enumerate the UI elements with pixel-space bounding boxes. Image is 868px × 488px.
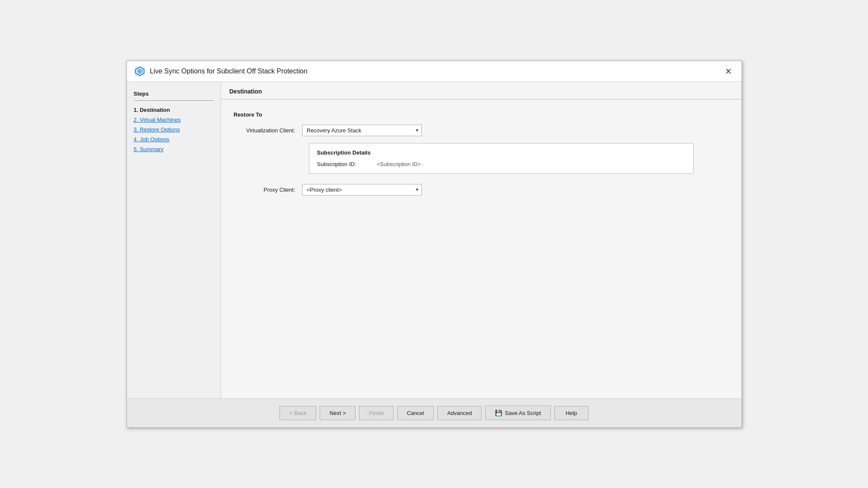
dialog: Live Sync Options for Subclient Off Stac… (127, 61, 742, 428)
advanced-button[interactable]: Advanced (437, 406, 482, 420)
subscription-id-label: Subscription ID: (317, 161, 377, 167)
cancel-button[interactable]: Cancel (397, 406, 434, 420)
sidebar: Steps 1. Destination 2. Virtual Machines… (127, 82, 221, 398)
subscription-details-title: Subscription Details (317, 149, 686, 156)
subscription-details-box: Subscription Details Subscription ID: <S… (309, 143, 694, 174)
virtualization-client-select-wrapper: Recovery Azure Stack (302, 125, 422, 136)
content-body: Restore To Virtualization Client: Recove… (221, 99, 741, 398)
step-job-options[interactable]: 4. Job Options (134, 136, 214, 143)
proxy-client-row: Proxy Client: <Proxy client> (234, 184, 729, 196)
title-bar-left: Live Sync Options for Subclient Off Stac… (134, 65, 308, 77)
save-as-script-button[interactable]: 💾 Save As Script (485, 406, 551, 420)
finish-button[interactable]: Finish (359, 406, 394, 420)
help-button[interactable]: Help (554, 406, 588, 420)
proxy-client-label: Proxy Client: (234, 187, 302, 193)
content-area: Destination Restore To Virtualization Cl… (221, 82, 741, 398)
next-button[interactable]: Next > (320, 406, 356, 420)
virtualization-client-select[interactable]: Recovery Azure Stack (302, 125, 422, 136)
title-bar: Live Sync Options for Subclient Off Stac… (127, 61, 741, 82)
footer: < Back Next > Finish Cancel Advanced 💾 S… (127, 398, 741, 427)
content-header: Destination (221, 82, 741, 99)
back-button[interactable]: < Back (280, 406, 316, 420)
subscription-id-row: Subscription ID: <Subscription ID> (317, 161, 686, 167)
virtualization-client-row: Virtualization Client: Recovery Azure St… (234, 125, 729, 136)
content-header-title: Destination (230, 88, 262, 95)
restore-to-label: Restore To (234, 111, 729, 118)
step-summary[interactable]: 5. Summary (134, 146, 214, 152)
dialog-title: Live Sync Options for Subclient Off Stac… (150, 67, 308, 75)
step-virtual-machines[interactable]: 2. Virtual Machines (134, 117, 214, 123)
subscription-id-value: <Subscription ID> (377, 161, 421, 167)
step-restore-options[interactable]: 3. Restore Options (134, 126, 214, 133)
proxy-client-select-wrapper: <Proxy client> (302, 184, 422, 196)
save-as-script-icon: 💾 (495, 409, 502, 416)
restore-to-block: Restore To Virtualization Client: Recove… (234, 111, 729, 174)
sidebar-title: Steps (134, 91, 214, 101)
app-icon (134, 65, 146, 77)
main-layout: Steps 1. Destination 2. Virtual Machines… (127, 82, 741, 398)
proxy-client-select[interactable]: <Proxy client> (302, 184, 422, 196)
close-button[interactable]: ✕ (722, 66, 735, 76)
step-destination[interactable]: 1. Destination (134, 107, 214, 113)
virtualization-client-label: Virtualization Client: (234, 127, 302, 134)
